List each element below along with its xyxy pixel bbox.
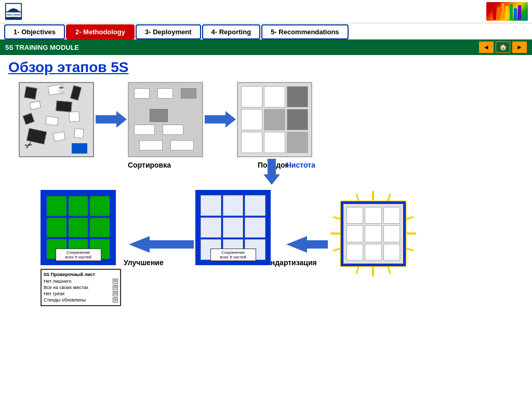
tab-reporting[interactable]: 4- Reporting bbox=[202, 24, 261, 39]
prev-button[interactable]: ◄ bbox=[479, 42, 494, 53]
sort-label: Сортировка bbox=[128, 161, 171, 169]
sort-box-container bbox=[128, 82, 203, 157]
tab-objectives[interactable]: 1- Objectives bbox=[4, 24, 65, 39]
arrow-sort bbox=[96, 109, 127, 132]
tab-methodology[interactable]: 2- Methodology bbox=[66, 24, 135, 39]
checklist-item-3: Нет грязи ☒ bbox=[44, 291, 118, 297]
tab-deployment[interactable]: 3- Deployment bbox=[136, 24, 201, 39]
checklist-item-2: Все на своих местах ☒ bbox=[44, 284, 118, 291]
sort-box bbox=[128, 82, 203, 157]
checklist-box: 5S Проверочный лист Нет лишнего ☒ Все на… bbox=[41, 269, 121, 306]
module-bar-label: 5S TRAINING MODULE bbox=[5, 44, 79, 51]
clean-label: Чистота bbox=[286, 161, 315, 169]
svg-marker-7 bbox=[263, 159, 280, 185]
main-content: ✂ ☕ Сортиро bbox=[0, 78, 532, 387]
arrow-improve-left bbox=[129, 234, 194, 257]
svg-text:SAINT-GOBAIN: SAINT-GOBAIN bbox=[7, 14, 21, 16]
order-box-container bbox=[237, 82, 312, 157]
module-bar-nav: ◄ 🏠 ► bbox=[479, 42, 527, 53]
messy-box-container: ✂ ☕ bbox=[19, 82, 94, 157]
diagram: ✂ ☕ Сортиро bbox=[8, 82, 517, 383]
improve-box: Сохранение всех 9 частей bbox=[41, 190, 116, 265]
home-button[interactable]: 🏠 bbox=[496, 42, 510, 53]
logo-area: SAINT-GOBAIN PACKAGING bbox=[4, 2, 25, 21]
order-box bbox=[237, 82, 312, 157]
module-bar: 5S TRAINING MODULE ◄ 🏠 ► bbox=[0, 39, 532, 55]
svg-text:PACKAGING: PACKAGING bbox=[9, 17, 18, 19]
standard-box: Сохранение всех 9 частей bbox=[195, 190, 271, 265]
next-button[interactable]: ► bbox=[512, 42, 527, 53]
top-bar: SAINT-GOBAIN PACKAGING bbox=[0, 0, 532, 23]
checklist-item-4: Стенды обновлены ☒ bbox=[44, 297, 118, 303]
arrow-order bbox=[205, 109, 236, 132]
svg-marker-26 bbox=[129, 236, 194, 253]
save-label-2: Сохранение всех 9 частей bbox=[210, 249, 256, 261]
arrow-standard-left bbox=[286, 234, 328, 257]
svg-marker-25 bbox=[286, 236, 328, 253]
improve-label: Улучшение bbox=[124, 258, 164, 267]
product-image bbox=[486, 2, 528, 21]
improve-box-container: Сохранение всех 9 частей bbox=[41, 190, 116, 265]
shine-box-container bbox=[330, 191, 416, 277]
svg-marker-5 bbox=[96, 111, 127, 128]
tab-recommendations[interactable]: 5- Recommendations bbox=[261, 24, 348, 39]
nav-tabs: 1- Objectives 2- Methodology 3- Deployme… bbox=[0, 24, 532, 39]
arrow-clean-down bbox=[261, 159, 282, 187]
logo-icon: SAINT-GOBAIN PACKAGING bbox=[4, 2, 23, 21]
checklist-item-1: Нет лишнего ☒ bbox=[44, 278, 118, 284]
save-label-1: Сохранение всех 9 частей bbox=[56, 249, 101, 261]
page-title: Обзор этапов 5S bbox=[0, 55, 532, 78]
standard-box-container: Сохранение всех 9 частей bbox=[195, 190, 271, 265]
messy-box: ✂ ☕ bbox=[19, 82, 94, 157]
svg-marker-6 bbox=[205, 111, 236, 128]
checklist-title: 5S Проверочный лист bbox=[44, 272, 118, 277]
